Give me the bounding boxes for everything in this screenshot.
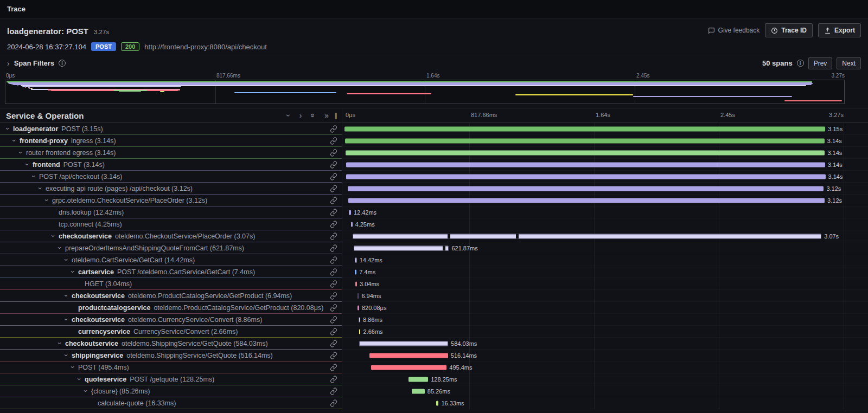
span-row[interactable]: › HGET (3.04ms) 3.04ms (0, 278, 868, 290)
span-name-cell[interactable]: › checkoutservice oteldemo.ProductCatalo… (0, 290, 342, 302)
span-row[interactable]: › prepareOrderItemsAndShippingQuoteFromC… (0, 242, 868, 254)
link-icon[interactable] (330, 256, 337, 264)
chevron-down-icon[interactable]: › (30, 173, 38, 180)
span-row[interactable]: › {closure} (85.26ms) 85.26ms (0, 385, 868, 397)
span-bar[interactable] (349, 210, 350, 215)
span-row[interactable]: › dns.lookup (12.42ms) 12.42ms (0, 206, 868, 218)
span-row[interactable]: › POST (495.4ms) 495.4ms (0, 362, 868, 373)
minimap-viewport[interactable] (5, 80, 845, 104)
span-name-cell[interactable]: › POST /api/checkout (3.14s) (0, 171, 342, 183)
chevron-down-icon[interactable]: › (43, 197, 51, 204)
span-bar[interactable] (358, 293, 359, 298)
chevron-down-icon[interactable]: › (10, 137, 18, 144)
chevron-down-icon[interactable]: › (69, 364, 77, 371)
span-row[interactable]: › checkoutservice oteldemo.ProductCatalo… (0, 290, 868, 302)
span-bar[interactable] (355, 281, 357, 286)
link-icon[interactable] (330, 185, 337, 192)
link-icon[interactable] (330, 376, 337, 383)
link-icon[interactable] (330, 244, 337, 252)
span-name-cell[interactable]: › quoteservice POST /getquote (128.25ms) (0, 373, 342, 385)
span-name-cell[interactable]: › checkoutservice oteldemo.CheckoutServi… (0, 230, 342, 242)
span-name-cell[interactable]: › {closure} (85.26ms) (0, 385, 342, 397)
chevron-down-icon[interactable]: › (82, 388, 90, 395)
span-row[interactable]: › checkoutservice oteldemo.ShippingServi… (0, 338, 868, 350)
span-row[interactable]: › productcatalogservice oteldemo.Product… (0, 302, 868, 314)
span-row[interactable]: › executing api route (pages) /api/check… (0, 183, 868, 195)
trace-id-button[interactable]: Trace ID (765, 23, 813, 37)
link-icon[interactable] (330, 304, 337, 312)
span-bar[interactable] (346, 150, 825, 155)
span-name-cell[interactable]: › router frontend egress (3.14s) (0, 147, 342, 159)
span-bar[interactable] (346, 162, 825, 167)
link-icon[interactable] (330, 233, 337, 240)
link-icon[interactable] (330, 364, 337, 371)
column-resize-handle[interactable]: ∥ (334, 112, 337, 119)
span-bar[interactable] (351, 222, 353, 227)
span-name-cell[interactable]: › checkoutservice oteldemo.CurrencyServi… (0, 314, 342, 326)
span-name-cell[interactable]: › HGET (3.04ms) (0, 278, 342, 290)
span-timeline-cell[interactable]: 2.66ms (342, 326, 868, 338)
span-bar[interactable] (354, 246, 449, 250)
span-timeline-cell[interactable]: 3.04ms (342, 278, 868, 290)
span-name-cell[interactable]: › grpc.oteldemo.CheckoutService/PlaceOrd… (0, 195, 342, 206)
span-timeline-cell[interactable]: 16.33ms (342, 397, 868, 409)
link-icon[interactable] (330, 280, 337, 288)
next-button[interactable]: Next (837, 57, 861, 69)
span-name-cell[interactable]: › oteldemo.CartService/GetCart (14.42ms) (0, 254, 342, 266)
span-bar[interactable] (359, 341, 448, 346)
span-name-cell[interactable]: › checkoutservice oteldemo.ShippingServi… (0, 338, 342, 350)
link-icon[interactable] (330, 292, 337, 300)
chevron-down-icon[interactable]: › (36, 185, 44, 192)
span-bar[interactable] (358, 305, 359, 310)
span-row[interactable]: › loadgenerator POST (3.15s) 3.15s (0, 123, 868, 135)
info-icon[interactable] (59, 60, 66, 67)
chevron-down-icon[interactable]: › (69, 268, 77, 275)
span-row[interactable]: › calculate-quote (16.33ms) 16.33ms (0, 397, 868, 409)
span-timeline-cell[interactable]: 3.07s (342, 230, 868, 242)
span-timeline-cell[interactable]: 6.94ms (342, 290, 868, 302)
span-timeline-cell[interactable]: 14.42ms (342, 254, 868, 266)
span-name-cell[interactable]: › currencyservice CurrencyService/Conver… (0, 326, 342, 338)
span-row[interactable]: › frontend POST (3.14s) 3.14s (0, 159, 868, 171)
span-name-cell[interactable]: › dns.lookup (12.42ms) (0, 206, 342, 218)
span-timeline-cell[interactable]: 3.14s (342, 147, 868, 159)
link-icon[interactable] (330, 209, 337, 216)
span-timeline-cell[interactable]: 7.4ms (342, 266, 868, 278)
link-icon[interactable] (330, 197, 337, 204)
span-timeline-cell[interactable]: 3.14s (342, 171, 868, 183)
chevron-down-icon[interactable]: › (56, 244, 64, 251)
give-feedback-link[interactable]: Give feedback (708, 27, 760, 34)
chevron-down-icon[interactable]: › (4, 125, 12, 132)
link-icon[interactable] (330, 149, 337, 157)
span-row[interactable]: › checkoutservice oteldemo.CheckoutServi… (0, 230, 868, 242)
chevron-down-icon[interactable]: › (49, 233, 58, 240)
span-filters-toggle[interactable]: Span Filters (14, 59, 54, 67)
span-bar[interactable] (346, 174, 825, 179)
link-icon[interactable] (330, 268, 337, 276)
span-name-cell[interactable]: › cartservice POST /oteldemo.CartService… (0, 266, 342, 278)
link-icon[interactable] (330, 328, 337, 335)
span-timeline-cell[interactable]: 820.08μs (342, 302, 868, 314)
span-bar[interactable] (412, 389, 425, 393)
span-timeline-cell[interactable]: 584.03ms (342, 338, 868, 350)
span-row[interactable]: › router frontend egress (3.14s) 3.14s (0, 147, 868, 159)
span-bar[interactable] (353, 234, 821, 238)
chevron-right-icon[interactable]: › (7, 60, 10, 67)
span-timeline-cell[interactable]: 621.87ms (342, 242, 868, 254)
expand-one-icon[interactable]: › (299, 112, 302, 119)
span-timeline-cell[interactable]: 495.4ms (342, 362, 868, 373)
link-icon[interactable] (330, 125, 337, 133)
chevron-down-icon[interactable]: › (62, 292, 71, 299)
link-icon[interactable] (330, 161, 337, 169)
span-row[interactable]: › cartservice POST /oteldemo.CartService… (0, 266, 868, 278)
span-bar[interactable] (359, 317, 360, 322)
span-bar[interactable] (359, 329, 361, 334)
link-icon[interactable] (330, 340, 337, 347)
span-name-cell[interactable]: › executing api route (pages) /api/check… (0, 183, 342, 195)
span-bar[interactable] (344, 126, 825, 131)
span-timeline-cell[interactable]: 516.14ms (342, 350, 868, 362)
span-row[interactable]: › tcp.connect (4.25ms) 4.25ms (0, 218, 868, 230)
span-timeline-cell[interactable]: 85.26ms (342, 385, 868, 397)
chevron-down-icon[interactable]: › (62, 352, 71, 359)
span-row[interactable]: › shippingservice oteldemo.ShippingServi… (0, 350, 868, 362)
